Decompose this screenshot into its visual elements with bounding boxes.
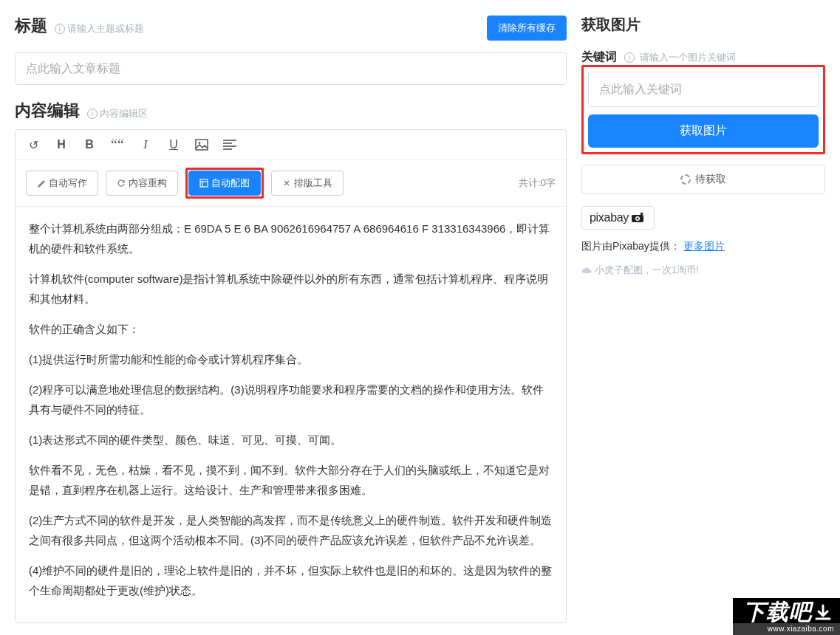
info-icon: i <box>55 24 65 34</box>
auto-image-label: 自动配图 <box>211 176 250 190</box>
fetch-images-button[interactable]: 获取图片 <box>588 114 819 148</box>
content-editor: ↺ H B ““ I U 自动写作 <box>15 129 567 623</box>
image-icon[interactable] <box>194 137 209 152</box>
undo-icon[interactable]: ↺ <box>26 137 41 152</box>
svg-rect-0 <box>196 140 208 150</box>
right-column: 获取图片 关键词 i 请输入一个图片关键词 获取图片 待获取 pixabay 图… <box>581 15 825 623</box>
heading-icon[interactable]: H <box>54 137 69 152</box>
auto-image-button[interactable]: 自动配图 <box>188 171 261 196</box>
paragraph: 软件的正确含义如下： <box>29 319 553 339</box>
layout-tool-button[interactable]: 排版工具 <box>271 171 344 196</box>
auto-write-button[interactable]: 自动写作 <box>26 171 98 196</box>
title-header: 标题 i 请输入主题或标题 清除所有缓存 <box>15 15 567 41</box>
reconstruct-label: 内容重构 <box>129 176 167 190</box>
tools-icon <box>282 179 291 188</box>
quote-icon[interactable]: ““ <box>110 137 125 152</box>
spinner-icon <box>680 174 691 185</box>
content-hint: i 内容编辑区 <box>87 107 148 120</box>
auto-write-label: 自动写作 <box>49 176 87 190</box>
keyword-hint-text: 请输入一个图片关键词 <box>640 51 736 64</box>
layout-tool-label: 排版工具 <box>294 176 332 190</box>
pixabay-badge: pixabay <box>581 206 655 230</box>
watermark: 下载吧 www.xiazaiba.com <box>733 598 840 635</box>
keyword-label: 关键词 <box>581 50 617 63</box>
clear-cache-button[interactable]: 清除所有缓存 <box>487 16 567 41</box>
footer-note-text: 小虎子配图，一次1淘币! <box>595 264 699 277</box>
paragraph: (4)维护不同的硬件是旧的，理论上软件是旧的，并不坏，但实际上软件也是旧的和坏的… <box>29 560 553 600</box>
content-hint-text: 内容编辑区 <box>100 107 148 120</box>
refresh-icon <box>117 179 126 188</box>
pixabay-text: pixabay <box>590 211 629 224</box>
editor-body[interactable]: 整个计算机系统由两部分组成：E 69DA 5 E 6 BA 9062616964… <box>16 207 566 622</box>
provider-line: 图片由Pixabay提供： 更多图片 <box>581 240 825 253</box>
underline-icon[interactable]: U <box>166 137 181 152</box>
keyword-input[interactable] <box>588 72 819 107</box>
layout-image-icon <box>199 179 208 188</box>
info-icon: i <box>624 52 635 63</box>
format-toolbar: ↺ H B ““ I U <box>16 130 566 160</box>
watermark-url: www.xiazaiba.com <box>733 623 840 635</box>
paragraph: 软件看不见，无色，枯燥，看不见，摸不到，闻不到。软件大部分存在于人们的头脑或纸上… <box>29 460 553 500</box>
action-toolbar: 自动写作 内容重构 自动配图 排版工具 共计:0字 <box>16 160 566 207</box>
paragraph: (2)程序可以满意地处理信息的数据结构。(3)说明程序功能要求和程序需要的文档的… <box>29 380 553 419</box>
word-count: 共计:0字 <box>519 176 556 190</box>
highlight-auto-image: 自动配图 <box>185 168 264 199</box>
align-icon[interactable] <box>222 137 237 152</box>
svg-rect-12 <box>641 213 643 215</box>
keyword-header: 关键词 i 请输入一个图片关键词 <box>581 49 825 65</box>
paragraph: 计算机软件(computer software)是指计算机系统中除硬件以外的所有… <box>29 269 553 309</box>
content-header: 内容编辑 i 内容编辑区 <box>15 100 567 122</box>
title-label: 标题 <box>15 16 47 35</box>
info-icon: i <box>87 109 98 119</box>
paragraph: (1)提供运行时所需功能和性能的命令或计算机程序集合。 <box>29 349 553 369</box>
download-icon <box>813 604 833 623</box>
content-label: 内容编辑 <box>15 101 80 120</box>
title-hint-text: 请输入主题或标题 <box>67 22 144 35</box>
provider-prefix: 图片由Pixabay提供： <box>581 240 680 252</box>
svg-point-1 <box>199 142 201 144</box>
cloud-icon <box>581 265 592 275</box>
footer-note: 小虎子配图，一次1淘币! <box>581 264 825 277</box>
reconstruct-button[interactable]: 内容重构 <box>106 171 178 196</box>
fetch-images-title: 获取图片 <box>581 15 825 35</box>
pending-status: 待获取 <box>581 165 825 194</box>
watermark-main: 下载吧 <box>743 601 812 623</box>
pencil-icon <box>37 179 46 188</box>
italic-icon[interactable]: I <box>138 137 153 152</box>
paragraph: (1)表达形式不同的硬件类型、颜色、味道、可见、可摸、可闻。 <box>29 430 553 450</box>
pending-label: 待获取 <box>695 173 726 186</box>
article-title-input[interactable] <box>15 52 567 85</box>
paragraph: 整个计算机系统由两部分组成：E 69DA 5 E 6 BA 9062616964… <box>29 219 553 258</box>
paragraph: (2)生产方式不同的软件是开发，是人类智能的高发挥，而不是传统意义上的硬件制造。… <box>29 510 553 550</box>
bold-icon[interactable]: B <box>82 137 97 152</box>
svg-rect-6 <box>200 179 208 187</box>
camera-icon <box>632 213 646 223</box>
svg-point-11 <box>637 218 639 220</box>
title-hint: i 请输入主题或标题 <box>55 22 144 35</box>
highlight-keyword-box: 获取图片 <box>581 65 825 154</box>
keyword-hint: i 请输入一个图片关键词 <box>624 51 736 64</box>
left-column: 标题 i 请输入主题或标题 清除所有缓存 内容编辑 i 内容编辑区 ↺ H <box>15 15 567 623</box>
more-images-link[interactable]: 更多图片 <box>683 240 725 252</box>
